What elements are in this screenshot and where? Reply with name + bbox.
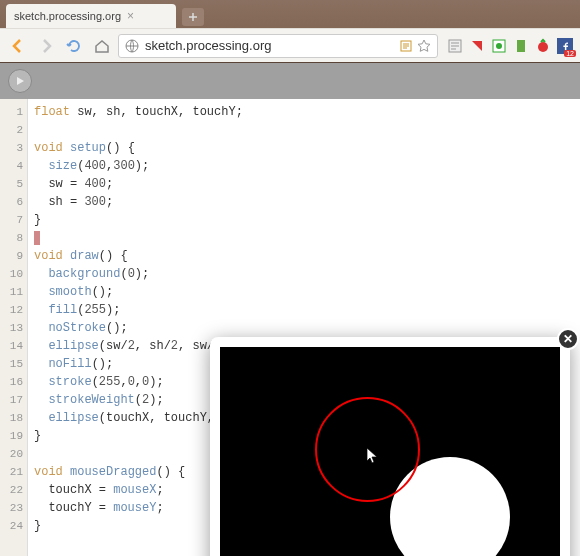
- sketch-output-popup: ✕: [210, 337, 570, 556]
- svg-point-4: [496, 43, 502, 49]
- forward-button[interactable]: [34, 34, 58, 58]
- home-icon: [94, 38, 110, 54]
- ext-icon-tomato[interactable]: [534, 37, 552, 55]
- plus-icon: [188, 12, 198, 22]
- page-content: 123456789101112131415161718192021222324 …: [0, 63, 580, 556]
- ext-icon-evernote[interactable]: [512, 37, 530, 55]
- arrow-left-icon: [9, 37, 27, 55]
- reload-button[interactable]: [62, 34, 86, 58]
- arrow-right-icon: [37, 37, 55, 55]
- popup-close-button[interactable]: ✕: [557, 328, 579, 350]
- browser-tab[interactable]: sketch.processing.org ×: [6, 4, 176, 28]
- close-icon: ✕: [563, 332, 573, 346]
- home-button[interactable]: [90, 34, 114, 58]
- globe-icon: [125, 39, 139, 53]
- tab-close-icon[interactable]: ×: [127, 9, 134, 23]
- ext-icon-facebook[interactable]: 12: [556, 37, 574, 55]
- mouse-cursor-icon: [366, 447, 380, 465]
- svg-point-5: [538, 42, 548, 52]
- run-button[interactable]: [8, 69, 32, 93]
- play-icon: [15, 76, 25, 86]
- url-input[interactable]: [145, 38, 393, 53]
- sketch-canvas[interactable]: [220, 347, 560, 556]
- page-action-icon[interactable]: [399, 39, 413, 53]
- new-tab-button[interactable]: [182, 8, 204, 26]
- ext-icon-1[interactable]: [446, 37, 464, 55]
- tab-strip: sketch.processing.org ×: [0, 0, 580, 28]
- editor-toolbar: [0, 63, 580, 99]
- tab-title: sketch.processing.org: [14, 10, 121, 22]
- back-button[interactable]: [6, 34, 30, 58]
- text-cursor: [34, 231, 40, 245]
- nav-bar: 12: [0, 28, 580, 62]
- reload-icon: [66, 38, 82, 54]
- star-icon[interactable]: [417, 39, 431, 53]
- url-bar[interactable]: [118, 34, 438, 58]
- line-gutter: 123456789101112131415161718192021222324: [0, 99, 28, 556]
- extensions: 12: [442, 37, 574, 55]
- browser-chrome: sketch.processing.org ×: [0, 0, 580, 63]
- fb-badge: 12: [564, 50, 576, 57]
- ext-icon-3[interactable]: [490, 37, 508, 55]
- ext-icon-adblock[interactable]: [468, 37, 486, 55]
